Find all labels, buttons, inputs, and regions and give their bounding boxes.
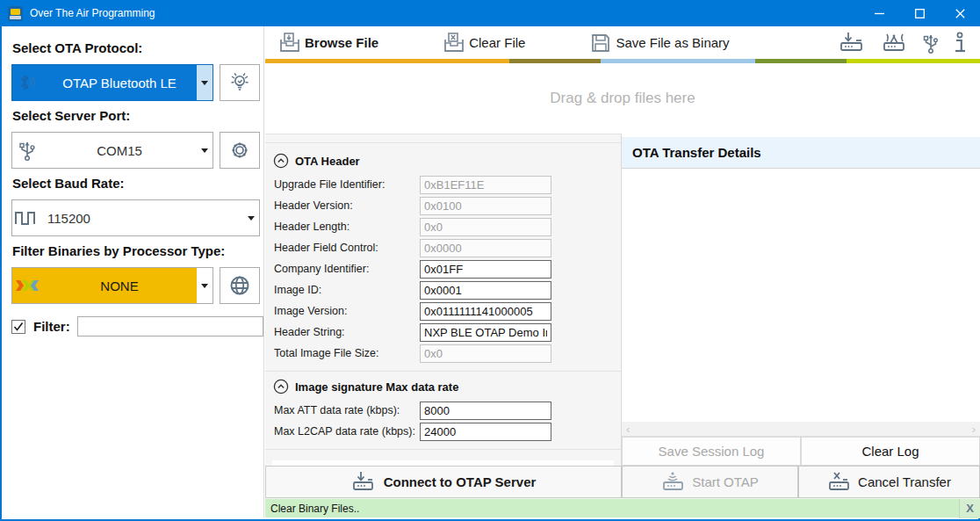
header-length-input	[420, 218, 551, 236]
check-icon	[13, 322, 24, 332]
nxp-logo-icon	[12, 277, 42, 294]
horizontal-scrollbar[interactable]: ‹ ›	[622, 422, 980, 436]
status-close-button[interactable]: X	[959, 499, 980, 518]
field-header-length: Header Length:	[265, 216, 621, 237]
save-session-log-button: Save Session Log	[622, 437, 801, 466]
drag-drop-text: Drag & drop files here	[550, 90, 695, 107]
title-bar: Over The Air Programming	[0, 0, 980, 26]
header-version-input	[420, 197, 551, 215]
header-string-input[interactable]	[420, 323, 551, 342]
chevron-down-icon[interactable]	[197, 133, 213, 168]
field-label: Image ID:	[274, 284, 420, 296]
port-select[interactable]: COM15	[11, 132, 213, 169]
port-value: COM15	[42, 143, 197, 158]
processor-select[interactable]: NONE	[11, 267, 213, 304]
image-version-input[interactable]	[420, 302, 551, 321]
field-total-image-file-size: Total Image File Size:	[265, 343, 621, 364]
cancel-transfer-button[interactable]: Cancel Transfer	[798, 466, 980, 498]
max-l2cap-rate-input[interactable]	[420, 423, 551, 441]
clear-file-label: Clear File	[469, 35, 525, 50]
header-field-control-input	[420, 239, 551, 257]
app-window: Over The Air Programming Select OTA Prot…	[0, 0, 980, 521]
chevron-up-circle-icon	[273, 153, 289, 169]
clear-file-button[interactable]: Clear File	[436, 26, 530, 59]
filter-input[interactable]	[77, 316, 263, 336]
protocol-value: OTAP Bluetooth LE	[42, 76, 197, 90]
collapse-signature-button[interactable]	[273, 379, 289, 394]
image-id-input[interactable]	[420, 281, 551, 300]
maximize-icon	[915, 9, 925, 18]
baud-value: 115200	[42, 211, 243, 226]
lightbulb-icon	[227, 70, 252, 95]
ota-header-title: OTA Header	[295, 155, 360, 168]
chevron-up-circle-icon	[273, 379, 289, 394]
action-bar: Connect to OTAP Server Start OTAP	[265, 466, 980, 498]
maximize-button[interactable]	[899, 0, 940, 26]
app-icon	[8, 6, 23, 21]
field-label: Total Image File Size:	[274, 347, 420, 359]
company-identifier-input[interactable]	[420, 260, 551, 279]
bluetooth-icon	[12, 72, 42, 93]
processor-value: NONE	[42, 279, 197, 293]
upgrade-file-identifier-input	[420, 176, 551, 194]
baud-label: Select Baud Rate:	[12, 176, 263, 191]
signature-title: Image signature Max data rate	[295, 380, 458, 394]
connect-otap-server-button[interactable]: Connect to OTAP Server	[265, 466, 622, 498]
field-max-att-rate: Max ATT data rate (kbps):	[265, 400, 621, 421]
connect-icon	[351, 470, 378, 495]
filter-label: Filter:	[33, 319, 70, 334]
transfer-details-title: OTA Transfer Details	[632, 145, 761, 160]
browse-file-button[interactable]: Browse File	[272, 26, 384, 59]
transfer-log-area[interactable]	[622, 169, 980, 422]
usb-device-icon[interactable]	[920, 30, 941, 56]
info-icon[interactable]	[952, 30, 968, 56]
save-binary-label: Save File as Binary	[616, 35, 729, 50]
field-header-string: Header String:	[265, 322, 621, 343]
device-download-icon[interactable]	[838, 30, 868, 56]
filter-checkbox[interactable]	[11, 320, 25, 334]
field-header-field-control: Header Field Control:	[265, 237, 621, 258]
gear-icon	[227, 138, 252, 163]
browse-file-icon	[277, 31, 302, 55]
minimize-button[interactable]	[859, 0, 899, 26]
square-wave-icon	[12, 207, 42, 228]
chevron-down-icon[interactable]	[197, 268, 213, 303]
processor-label: Filter Binaries by Processor Type:	[12, 243, 263, 258]
chevron-down-icon[interactable]	[197, 65, 213, 100]
max-att-rate-input[interactable]	[420, 402, 551, 420]
scroll-left-icon[interactable]: ‹	[626, 423, 630, 435]
drag-drop-zone[interactable]: Drag & drop files here	[265, 63, 980, 134]
field-company-identifier: Company Identifier:	[265, 258, 621, 279]
window-body: Select OTA Protocol: OTAP Bluetooth LE	[0, 26, 980, 521]
usb-icon	[12, 138, 42, 163]
port-label: Select Server Port:	[12, 108, 263, 123]
total-image-file-size-input	[420, 344, 551, 363]
start-otap-icon	[661, 470, 686, 495]
protocol-select[interactable]: OTAP Bluetooth LE	[11, 64, 213, 101]
clear-log-button[interactable]: Clear Log	[801, 437, 980, 466]
save-session-log-label: Save Session Log	[659, 444, 765, 459]
collapse-ota-header-button[interactable]	[273, 153, 289, 169]
field-label: Header Field Control:	[274, 242, 420, 254]
close-button[interactable]	[940, 0, 980, 26]
field-label: Header String:	[274, 326, 420, 338]
scroll-right-icon[interactable]: ›	[972, 423, 976, 435]
file-toolbar: Browse File Clear File	[265, 26, 980, 59]
baud-select[interactable]: 115200	[11, 199, 260, 236]
wireless-router-icon[interactable]	[878, 30, 910, 56]
web-button[interactable]	[220, 267, 260, 304]
save-binary-button[interactable]: Save File as Binary	[583, 26, 734, 59]
ota-form-panel: OTA Header Upgrade File Identifier: Head…	[265, 134, 622, 466]
chevron-down-icon[interactable]	[243, 200, 259, 235]
start-otap-button: Start OTAP	[622, 466, 798, 498]
hint-button[interactable]	[220, 64, 260, 101]
status-bar: Clear Binary Files.. X	[265, 498, 980, 517]
field-label: Image Version:	[274, 305, 420, 317]
field-label: Header Version:	[274, 199, 420, 212]
save-icon	[588, 31, 613, 55]
port-settings-button[interactable]	[220, 132, 260, 169]
globe-icon	[227, 273, 252, 298]
field-label: Company Identifier:	[274, 263, 420, 275]
start-otap-label: Start OTAP	[692, 474, 759, 489]
clear-log-label: Clear Log	[861, 444, 919, 459]
